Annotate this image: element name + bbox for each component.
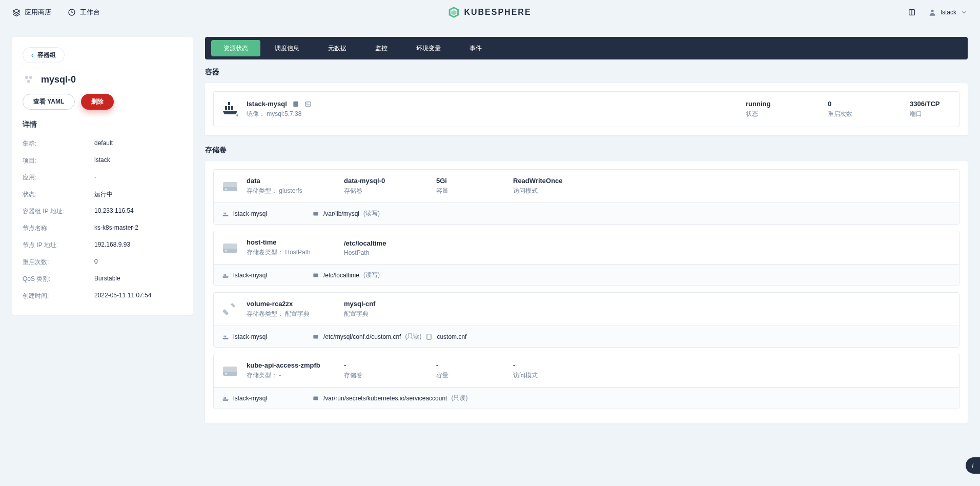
vol-capacity: 5Gi	[436, 177, 493, 185]
mount-access: (读写)	[363, 209, 380, 218]
container-card[interactable]: lstack-mysql 镜像： mysql:5.7.38 running状态 …	[213, 91, 959, 127]
volume-head[interactable]: host-time存储卷类型： HostPath /etc/localtimeH…	[214, 231, 959, 264]
svg-rect-32	[224, 397, 225, 399]
svg-rect-33	[225, 397, 226, 399]
mount-path-text: /etc/localtime	[323, 272, 359, 279]
detail-value: 10.233.116.54	[94, 207, 134, 216]
detail-label: 应用:	[23, 173, 94, 182]
action-buttons: 查看 YAML 删除	[23, 94, 182, 110]
terminal-icon[interactable]	[304, 100, 312, 108]
svg-rect-22	[225, 274, 226, 276]
svg-rect-28	[427, 334, 431, 339]
svg-point-5	[27, 80, 30, 83]
volume-head[interactable]: kube-api-access-zmpfb存储类型： - -存储卷 -容量-访问…	[214, 354, 959, 387]
user-name: lstack	[941, 9, 956, 16]
detail-value: default	[94, 139, 113, 148]
detail-label: 集群:	[23, 139, 94, 148]
delete-button[interactable]: 删除	[81, 94, 114, 110]
detail-label: 容器组 IP 地址:	[23, 207, 94, 216]
volume-card: host-time存储卷类型： HostPath /etc/localtimeH…	[213, 231, 959, 286]
nav-app-store[interactable]: 应用商店	[12, 8, 51, 17]
vol-type: 存储类型： -	[247, 371, 323, 380]
nav-workbench[interactable]: 工作台	[68, 8, 100, 17]
volume-head[interactable]: volume-rca2zx存储卷类型： 配置字典 mysql-cnf配置字典	[214, 293, 959, 326]
containers-panel: lstack-mysql 镜像： mysql:5.7.38 running状态 …	[205, 83, 968, 135]
port-label: 端口	[910, 110, 951, 118]
volume-mount: lstack-mysql /etc/mysql/conf.d/custom.cn…	[214, 326, 959, 347]
svg-rect-27	[313, 335, 318, 338]
vol-capacity: -	[436, 361, 493, 369]
volume-head[interactable]: data存储类型： glusterfs data-mysql-0存储卷 5Gi容…	[214, 170, 959, 202]
tab-1[interactable]: 调度信息	[260, 37, 314, 59]
mount-access: (读写)	[363, 271, 380, 279]
detail-label: 状态:	[23, 190, 94, 199]
svg-point-14	[226, 189, 227, 190]
language-icon[interactable]	[908, 8, 916, 16]
view-yaml-button[interactable]: 查看 YAML	[23, 94, 75, 110]
detail-row: 节点名称:ks-k8s-master-2	[23, 220, 182, 237]
user-menu[interactable]: lstack	[928, 8, 968, 16]
detail-row: 状态:运行中	[23, 186, 182, 203]
detail-label: 创建时间:	[23, 292, 94, 300]
container-small-icon	[222, 333, 229, 340]
vol-name: host-time	[247, 238, 323, 246]
tab-3[interactable]: 监控	[361, 37, 402, 59]
mount-icon	[312, 272, 319, 279]
tab-5[interactable]: 事件	[455, 37, 496, 59]
detail-row: 容器组 IP 地址:10.233.116.54	[23, 203, 182, 220]
detail-label: 节点名称:	[23, 224, 94, 233]
detail-list: 集群:default项目:lstack应用:-状态:运行中容器组 IP 地址:1…	[23, 135, 182, 305]
detail-label: 重启次数:	[23, 258, 94, 267]
volume-mount: lstack-mysql /etc/localtime (读写)	[214, 264, 959, 286]
svg-rect-11	[305, 102, 311, 106]
container-stats: running状态 0重启次数 3306/TCP端口	[746, 100, 951, 118]
tab-4[interactable]: 环境变量	[402, 37, 455, 59]
mount-icon	[312, 395, 319, 402]
detail-label: 节点 IP 地址:	[23, 241, 94, 250]
status-value: running	[746, 100, 787, 108]
mount-icon	[312, 210, 319, 217]
back-label: 容器组	[37, 51, 56, 59]
detail-row: 节点 IP 地址:192.168.9.93	[23, 237, 182, 254]
log-icon[interactable]	[292, 100, 299, 108]
svg-rect-13	[223, 187, 237, 191]
restart-label: 重启次数	[828, 110, 869, 118]
container-main: lstack-mysql 镜像： mysql:5.7.38	[247, 100, 746, 118]
tab-2[interactable]: 元数据	[314, 37, 361, 59]
hammer-icon	[222, 302, 238, 316]
detail-value: 192.168.9.93	[94, 241, 130, 250]
container-small-icon	[222, 210, 229, 217]
svg-rect-17	[313, 212, 318, 215]
mount-container-name: lstack-mysql	[233, 333, 267, 340]
detail-row: QoS 类别:Burstable	[23, 271, 182, 288]
back-button[interactable]: ‹ 容器组	[23, 47, 65, 63]
mount-container-name: lstack-mysql	[233, 395, 267, 402]
mount-container-name: lstack-mysql	[233, 272, 267, 279]
tab-0[interactable]: 资源状态	[211, 40, 260, 56]
svg-rect-9	[228, 102, 230, 105]
mount-container-name: lstack-mysql	[233, 210, 267, 217]
vol-accessmode: ReadWriteOnce	[513, 177, 595, 185]
mount-path-text: /etc/mysql/conf.d/custom.cnf	[323, 333, 401, 340]
detail-label: 项目:	[23, 156, 94, 165]
vol-pvc: data-mysql-0	[344, 177, 416, 185]
status-dot-running	[235, 113, 239, 117]
volumes-title: 存储卷	[205, 146, 968, 155]
svg-rect-26	[225, 335, 226, 337]
svg-rect-7	[228, 106, 230, 110]
vol-name: kube-api-access-zmpfb	[247, 361, 323, 369]
pod-title: mysql-0	[23, 73, 182, 86]
chevron-down-icon	[961, 9, 968, 16]
vol-capacity-label: 容量	[436, 371, 493, 380]
brand-text: KUBESPHERE	[464, 8, 531, 17]
mount-container: lstack-mysql	[222, 210, 304, 217]
mount-access: (只读)	[451, 394, 467, 402]
mount-container: lstack-mysql	[222, 395, 304, 402]
mount-access: (只读)	[405, 332, 421, 341]
containers-title: 容器	[205, 68, 968, 77]
mount-container: lstack-mysql	[222, 272, 304, 279]
chevron-left-icon: ‹	[31, 52, 33, 59]
svg-rect-30	[223, 372, 237, 376]
vol-type: 存储卷类型： 配置字典	[247, 310, 323, 318]
volume-mount: lstack-mysql /var/run/secrets/kubernetes…	[214, 387, 959, 409]
